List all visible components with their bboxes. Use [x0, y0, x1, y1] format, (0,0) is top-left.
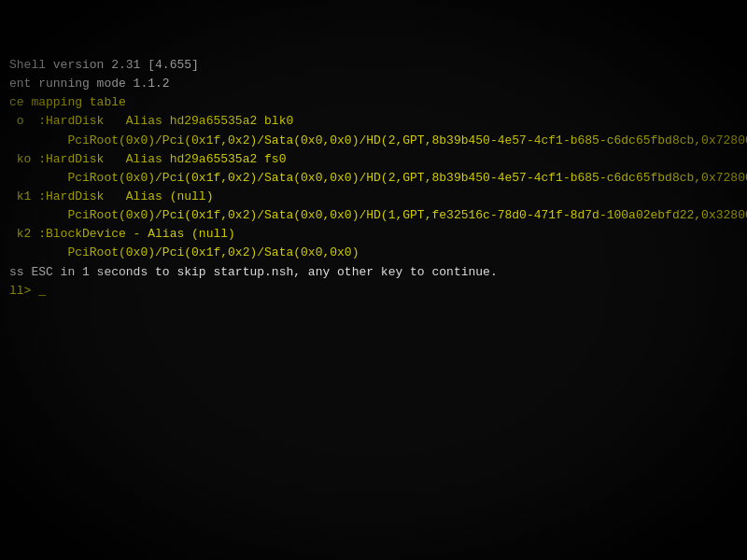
- terminal-line: PciRoot(0x0)/Pci(0x1f,0x2)/Sata(0x0,0x0)…: [9, 208, 747, 222]
- terminal-line: ent running mode 1.1.2: [9, 77, 170, 91]
- terminal-line: k1 :HardDisk Alias (null): [9, 189, 213, 203]
- terminal-line: k2 :BlockDevice - Alias (null): [9, 227, 235, 241]
- terminal-line: Shell version 2.31 [4.655]: [9, 58, 199, 72]
- screen: Shell version 2.31 [4.655] ent running m…: [0, 0, 747, 560]
- terminal-line: PciRoot(0x0)/Pci(0x1f,0x2)/Sata(0x0,0x0)…: [9, 171, 747, 185]
- terminal-line: PciRoot(0x0)/Pci(0x1f,0x2)/Sata(0x0,0x0)…: [9, 133, 747, 147]
- terminal-line: ll> _: [9, 284, 46, 298]
- terminal-line: ce mapping table: [9, 95, 126, 109]
- terminal-line: o :HardDisk Alias hd29a65535a2 blk0: [9, 114, 293, 128]
- terminal-output: Shell version 2.31 [4.655] ent running m…: [9, 56, 728, 301]
- terminal-line: PciRoot(0x0)/Pci(0x1f,0x2)/Sata(0x0,0x0): [9, 245, 359, 259]
- terminal-line: ko :HardDisk Alias hd29a65535a2 fs0: [9, 152, 286, 166]
- terminal-line: ss ESC in 1 seconds to skip startup.nsh,…: [9, 265, 498, 279]
